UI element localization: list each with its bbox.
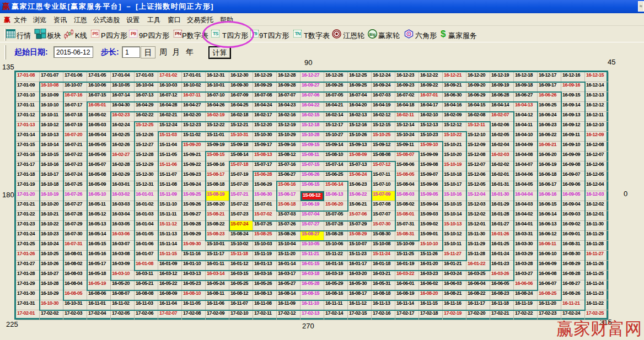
svg-text:Big: Big [369, 33, 375, 37]
